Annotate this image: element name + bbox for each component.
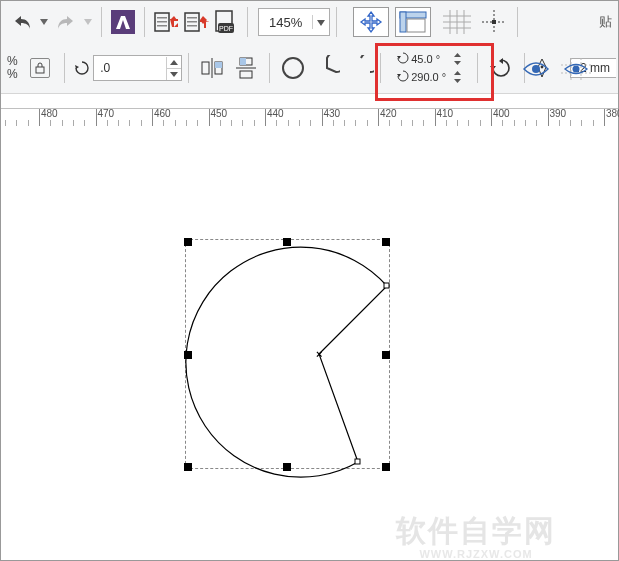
svg-rect-25 — [202, 62, 209, 74]
svg-rect-41 — [384, 283, 389, 288]
preview-eye-grid-button[interactable] — [561, 54, 591, 84]
svg-rect-4 — [157, 25, 167, 27]
selection-handle[interactable] — [283, 238, 291, 246]
selection-handle[interactable] — [382, 351, 390, 359]
svg-rect-23 — [492, 20, 496, 24]
start-angle-value[interactable]: 45.0 ° — [411, 53, 451, 65]
svg-rect-14 — [407, 19, 425, 32]
ruler-label: 430 — [324, 108, 341, 119]
import-button[interactable] — [151, 7, 181, 37]
selection-handle[interactable] — [184, 238, 192, 246]
svg-rect-0 — [111, 10, 135, 34]
ruler-label: 450 — [211, 108, 228, 119]
selection-handle[interactable] — [382, 463, 390, 471]
selection-handle[interactable] — [382, 238, 390, 246]
canvas-area[interactable]: × 软件自学网 WWW.RJZXW.COM — [1, 126, 618, 560]
view-eye-group — [521, 49, 591, 89]
horizontal-ruler: 480470460450440430420410400390380 — [1, 108, 618, 128]
svg-rect-30 — [240, 71, 252, 78]
svg-point-35 — [532, 65, 540, 73]
scale-percent-labels: % % — [7, 55, 18, 81]
pan-tool-button[interactable] — [353, 7, 389, 37]
redo-button[interactable] — [51, 7, 81, 37]
svg-rect-32 — [240, 58, 246, 65]
export-pdf-button[interactable]: PDF — [211, 7, 241, 37]
ruler-label: 460 — [154, 108, 171, 119]
selection-handle[interactable] — [184, 351, 192, 359]
zoom-value: 145% — [259, 15, 312, 30]
svg-rect-13 — [400, 12, 406, 32]
ruler-label: 400 — [493, 108, 510, 119]
end-angle-value[interactable]: 290.0 ° — [411, 71, 451, 83]
svg-rect-3 — [157, 21, 167, 23]
arc-mode-button[interactable] — [344, 53, 378, 83]
preview-eye-button[interactable] — [521, 54, 551, 84]
redo-dropdown[interactable] — [81, 7, 95, 37]
undo-button[interactable] — [7, 7, 37, 37]
svg-point-40 — [573, 66, 580, 73]
selection-center-marker: × — [316, 348, 322, 360]
arc-angle-group: 45.0 ° 290.0 ° — [391, 51, 469, 85]
svg-text:PDF: PDF — [219, 25, 233, 32]
ruler-label: 390 — [550, 108, 567, 119]
pie-mode-button[interactable] — [310, 53, 344, 83]
app-launcher-icon[interactable] — [108, 7, 138, 37]
ruler-label: 440 — [267, 108, 284, 119]
svg-rect-6 — [187, 17, 197, 19]
rotation-input[interactable]: .0 — [93, 55, 182, 81]
snap-crosshair-button[interactable] — [477, 7, 511, 37]
zoom-dropdown-icon[interactable] — [312, 15, 329, 29]
flip-vertical-button[interactable] — [229, 53, 263, 83]
swap-angles-button[interactable] — [484, 53, 518, 83]
svg-rect-28 — [215, 62, 222, 68]
selection-handle[interactable] — [184, 463, 192, 471]
rotation-icon — [71, 53, 93, 83]
selection-handle[interactable] — [283, 463, 291, 471]
undo-dropdown[interactable] — [37, 7, 51, 37]
end-angle-icon — [397, 70, 411, 85]
end-angle-spinner[interactable] — [451, 69, 463, 85]
ruler-label: 410 — [437, 108, 454, 119]
export-button[interactable] — [181, 7, 211, 37]
lock-ratio-button[interactable] — [30, 58, 50, 78]
rulers-toggle-button[interactable] — [395, 7, 431, 37]
ellipse-mode-button[interactable] — [276, 53, 310, 83]
svg-point-33 — [283, 58, 303, 78]
pie-shape[interactable] — [161, 214, 421, 504]
svg-rect-2 — [157, 17, 167, 19]
flip-horizontal-button[interactable] — [195, 53, 229, 83]
ruler-label: 380 — [606, 108, 619, 119]
svg-rect-24 — [36, 67, 44, 73]
main-toolbar: PDF 145% — [1, 1, 618, 44]
start-angle-icon — [397, 52, 411, 67]
watermark: 软件自学网 WWW.RJZXW.COM — [396, 511, 556, 560]
ruler-label: 470 — [98, 108, 115, 119]
grid-toggle-button[interactable] — [437, 7, 477, 37]
svg-rect-8 — [187, 25, 197, 27]
start-angle-spinner[interactable] — [451, 51, 463, 67]
ruler-label: 420 — [380, 108, 397, 119]
svg-rect-42 — [355, 459, 360, 464]
paste-label: 贴 — [599, 1, 612, 43]
ruler-label: 480 — [41, 108, 58, 119]
svg-rect-7 — [187, 21, 197, 23]
rotation-spinner[interactable] — [166, 57, 181, 80]
zoom-combo[interactable]: 145% — [258, 8, 330, 36]
